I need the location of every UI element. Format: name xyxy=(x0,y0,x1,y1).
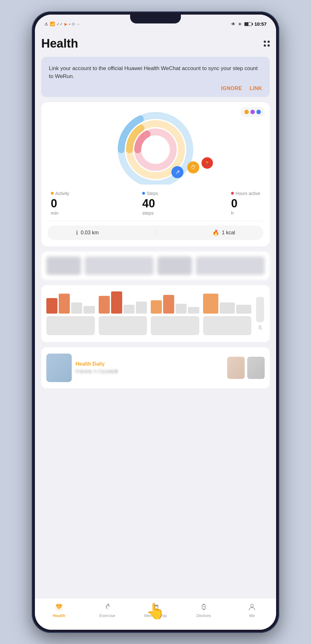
health-daily-subtitle: 叶收休链 午刀运动链康 xyxy=(76,369,223,374)
status-left-icons: ⚠ 📶 ✓✓ ▶ ▪ ◎ ··· xyxy=(44,22,80,26)
blurred-cards-section: 元 xyxy=(41,285,270,342)
activity-stat: Activity 0 min xyxy=(51,191,69,216)
me-nav-icon xyxy=(247,602,257,612)
activity-card[interactable]: ↗ ⏱ 🏃 xyxy=(41,102,270,247)
heart-icon xyxy=(55,602,63,611)
volume-down-button[interactable] xyxy=(32,195,32,227)
status-icons-extra: ✓✓ xyxy=(56,22,63,26)
nav-item-health[interactable]: Health xyxy=(35,602,83,618)
phone-screen: ⚠ 📶 ✓✓ ▶ ▪ ◎ ··· 👁 ✳ 10:57 Health xyxy=(35,15,276,630)
wechat-sync-banner: Link your account to the official Huawei… xyxy=(41,57,270,97)
dots-icon: ··· xyxy=(76,22,80,26)
page-title: Health xyxy=(41,37,78,50)
activity-label: Activity xyxy=(51,191,69,196)
wifi-icon: 📶 xyxy=(50,22,55,26)
volume-silent-button[interactable] xyxy=(32,132,32,151)
blurred-block-1 xyxy=(46,257,81,275)
thumb-1 xyxy=(227,357,245,379)
health-daily-label: Health Daily xyxy=(76,361,223,367)
blurred-card-2 xyxy=(99,291,147,336)
calories-icon: 🔥 xyxy=(212,229,219,236)
health-daily-thumbnail xyxy=(46,354,72,382)
health-nav-label: Health xyxy=(53,613,65,618)
blurred-block-3 xyxy=(157,257,192,275)
blurred-card-3 xyxy=(151,291,199,336)
more-cards-indicator: 元 xyxy=(255,291,265,336)
volume-up-button[interactable] xyxy=(32,157,32,189)
notification-icon: ⚠ xyxy=(44,22,48,26)
activity-info-row[interactable]: ℹ 0.03 km 🔥 1 kcal xyxy=(48,225,263,240)
blurred-card-4 xyxy=(203,291,252,336)
steps-value: 40 xyxy=(142,197,158,210)
nav-item-devices[interactable]: Devices xyxy=(180,602,228,618)
wechat-banner-actions: IGNORE LINK xyxy=(49,86,262,91)
distance-icon: ℹ xyxy=(76,229,78,236)
person-icon: 🏃 xyxy=(202,157,213,169)
thumb-2 xyxy=(247,357,265,379)
bluetooth-icon: ✳ xyxy=(238,22,242,27)
main-content[interactable]: Health Link your account to the official… xyxy=(35,34,276,598)
app-header: Health xyxy=(41,34,270,57)
activity-unit: min xyxy=(51,210,69,216)
media-icon: ▶ xyxy=(64,22,67,26)
phone-frame: ⚠ 📶 ✓✓ ▶ ▪ ◎ ··· 👁 ✳ 10:57 Health xyxy=(32,11,279,633)
blurred-card-1 xyxy=(46,291,95,336)
menu-dot xyxy=(268,41,270,43)
svg-point-10 xyxy=(251,604,254,607)
calories-value: 1 kcal xyxy=(222,230,235,236)
steps-stat: Steps 40 steps xyxy=(142,191,158,216)
eye-icon: 👁 xyxy=(231,22,235,27)
distance-value: 0.03 km xyxy=(81,230,99,236)
blurred-block-4 xyxy=(196,257,265,275)
running-icon xyxy=(103,602,112,611)
notch xyxy=(130,15,181,23)
activity-value: 0 xyxy=(51,197,69,210)
hours-dot xyxy=(231,192,234,195)
link-button[interactable]: LINK xyxy=(250,86,262,91)
activity-rings-chart: ↗ ⏱ 🏃 xyxy=(48,108,263,185)
circles-icon: ◎ xyxy=(72,22,75,26)
steps-unit: steps xyxy=(142,210,158,216)
calories-info: 🔥 1 kcal xyxy=(212,229,235,236)
battery-indicator xyxy=(244,22,252,26)
menu-dot xyxy=(268,44,270,47)
rings-svg xyxy=(114,108,197,185)
status-bar: ⚠ 📶 ✓✓ ▶ ▪ ◎ ··· 👁 ✳ 10:57 xyxy=(35,15,276,34)
hours-active-stat: Hours active 0 h xyxy=(231,191,260,216)
watch-icon xyxy=(199,602,208,611)
health-daily-thumbnails xyxy=(227,357,265,379)
wechat-banner-text: Link your account to the official Huawei… xyxy=(49,64,262,81)
bottom-nav: Health Exercise xyxy=(35,598,276,630)
status-right-icons: 👁 ✳ 10:57 xyxy=(231,21,267,27)
blurred-section-1 xyxy=(41,251,270,280)
blurred-block-2 xyxy=(85,257,154,275)
ignore-button[interactable]: IGNORE xyxy=(221,86,242,91)
stats-row: Activity 0 min Steps 40 steps xyxy=(48,188,263,221)
profile-icon xyxy=(248,602,256,611)
exercise-nav-label: Exercise xyxy=(99,613,115,618)
exercise-nav-icon xyxy=(103,602,112,612)
hours-unit: h xyxy=(231,210,260,216)
menu-dot xyxy=(264,41,266,43)
hours-value: 0 xyxy=(231,197,260,210)
timer-icon: ⏱ xyxy=(187,161,199,173)
steps-label: Steps xyxy=(142,191,158,196)
nav-item-exercise[interactable]: Exercise xyxy=(83,602,131,618)
cursor-hand: 👆 xyxy=(146,602,165,620)
info-separator xyxy=(156,229,156,236)
health-daily-section[interactable]: Health Daily 叶收休链 午刀运动链康 xyxy=(41,347,270,388)
activity-dot xyxy=(51,192,54,195)
health-daily-content: Health Daily 叶收休链 午刀运动链康 xyxy=(76,361,223,374)
devices-nav-icon xyxy=(199,602,208,612)
me-nav-label: Me xyxy=(249,613,255,618)
power-button[interactable] xyxy=(279,164,279,189)
devices-nav-label: Devices xyxy=(196,613,211,618)
health-nav-icon xyxy=(54,602,64,612)
hours-label: Hours active xyxy=(231,191,260,196)
square-icon: ▪ xyxy=(69,22,70,26)
more-menu-button[interactable] xyxy=(264,41,270,47)
menu-dot xyxy=(264,44,266,47)
nav-item-me[interactable]: Me xyxy=(228,602,276,618)
time-display: 10:57 xyxy=(255,21,267,27)
distance-info: ℹ 0.03 km xyxy=(76,229,99,236)
